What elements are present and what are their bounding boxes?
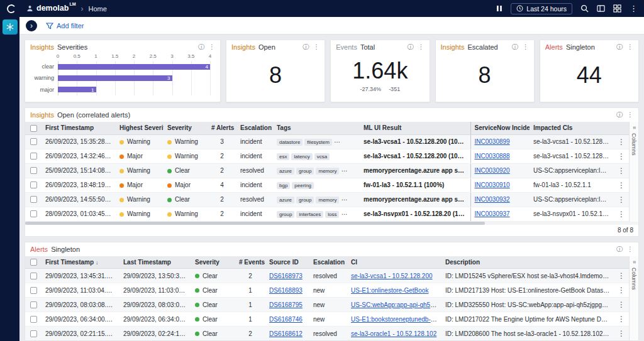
kebab-menu-icon[interactable]: ⋮ bbox=[627, 112, 633, 118]
tag-chip[interactable]: group bbox=[296, 168, 314, 175]
servicenow-incident-link[interactable]: INC0030937 bbox=[475, 210, 510, 217]
select-all-checkbox[interactable] bbox=[30, 125, 37, 132]
kebab-menu-icon[interactable]: ⋮ bbox=[313, 44, 319, 50]
servicenow-incident-link[interactable]: INC0030888 bbox=[475, 153, 510, 160]
kebab-menu-icon[interactable]: ⋮ bbox=[418, 44, 425, 50]
columns-panel-button[interactable]: ≡ Columns bbox=[629, 122, 638, 222]
row-kebab-icon[interactable]: ⋮ bbox=[618, 195, 625, 204]
column-header-first-timestamp[interactable]: First Timestamp bbox=[42, 122, 116, 134]
kebab-menu-icon[interactable]: ⋮ bbox=[627, 44, 633, 50]
info-icon[interactable]: ⓘ bbox=[303, 44, 309, 50]
tag-chip[interactable]: bgp bbox=[277, 182, 290, 189]
row-checkbox[interactable] bbox=[30, 287, 37, 294]
row-kebab-icon[interactable]: ⋮ bbox=[618, 300, 625, 309]
row-kebab-icon[interactable]: ⋮ bbox=[618, 166, 625, 175]
tag-chip[interactable]: memory bbox=[316, 168, 339, 175]
ci-link[interactable]: se-la3-vcsa1 - 10.52.128.200 bbox=[351, 273, 433, 279]
column-header-escalation[interactable]: Escalation bbox=[309, 256, 347, 269]
info-icon[interactable]: ⓘ bbox=[616, 246, 623, 252]
row-checkbox[interactable] bbox=[30, 196, 37, 203]
column-header-severity[interactable]: Severity bbox=[191, 256, 235, 269]
tag-chip[interactable]: datastore bbox=[277, 139, 303, 146]
column-header-event-count[interactable]: # Events bbox=[235, 256, 265, 269]
tag-chip[interactable]: peering bbox=[292, 182, 314, 189]
info-icon[interactable]: ⓘ bbox=[198, 44, 204, 50]
column-header-description[interactable]: Description bbox=[441, 256, 614, 269]
column-header-servicenow-id[interactable]: ServiceNow Incident ID bbox=[470, 122, 530, 134]
info-icon[interactable]: ⓘ bbox=[616, 112, 623, 118]
source-id-link[interactable]: DS6168746 bbox=[269, 316, 303, 323]
tag-chip[interactable]: azure bbox=[277, 197, 294, 203]
row-kebab-icon[interactable]: ⋮ bbox=[618, 315, 625, 323]
row-kebab-icon[interactable]: ⋮ bbox=[618, 210, 625, 219]
tag-chip[interactable]: latency bbox=[353, 139, 360, 146]
row-checkbox[interactable] bbox=[30, 210, 37, 217]
ci-link[interactable]: US-E1:onlinestore-GetBook bbox=[351, 287, 428, 294]
row-kebab-icon[interactable]: ⋮ bbox=[618, 152, 625, 161]
row-checkbox[interactable] bbox=[30, 181, 37, 188]
column-header-tags[interactable]: Tags bbox=[273, 122, 360, 134]
servicenow-incident-link[interactable]: INC0030920 bbox=[475, 167, 510, 174]
column-header-escalation[interactable]: Escalation bbox=[236, 122, 273, 134]
row-checkbox[interactable] bbox=[30, 273, 37, 279]
row-checkbox[interactable] bbox=[30, 167, 37, 174]
ci-link[interactable]: US-SC:webApp:app-api-qh5zjgpgklxoo bbox=[351, 301, 441, 308]
add-filter-button[interactable]: Add filter bbox=[46, 22, 84, 30]
row-kebab-icon[interactable]: ⋮ bbox=[618, 181, 625, 190]
time-range-button[interactable]: Last 24 hours bbox=[511, 3, 572, 14]
ci-link[interactable]: US-E1:bookstoreneptunedb-domowa2... bbox=[351, 316, 441, 323]
row-kebab-icon[interactable]: ⋮ bbox=[618, 329, 625, 338]
column-header-source-id[interactable]: Source ID bbox=[265, 256, 309, 269]
tag-chip[interactable]: memory bbox=[316, 197, 339, 203]
info-icon[interactable]: ⓘ bbox=[408, 44, 414, 50]
tag-chip[interactable]: service bbox=[353, 197, 360, 203]
source-id-link[interactable]: DS6168893 bbox=[269, 287, 303, 294]
column-header-highest-severity[interactable]: Highest Severity bbox=[116, 122, 164, 134]
servicenow-incident-link[interactable]: INC0030910 bbox=[475, 181, 510, 188]
columns-panel-button[interactable]: ≡ Columns bbox=[629, 256, 638, 341]
servicenow-incident-link[interactable]: INC0030899 bbox=[475, 138, 510, 145]
tag-chip[interactable]: azure bbox=[277, 168, 294, 175]
select-all-checkbox[interactable] bbox=[30, 259, 37, 266]
tag-chip[interactable]: service bbox=[353, 168, 360, 175]
column-header-first-timestamp[interactable]: First Timestamp↓ bbox=[42, 256, 119, 269]
source-id-link[interactable]: DS6168612 bbox=[269, 330, 303, 337]
row-checkbox[interactable] bbox=[30, 138, 37, 145]
tag-chip[interactable]: group bbox=[296, 197, 314, 203]
column-header-ml-ui-result[interactable]: ML UI Result bbox=[360, 122, 470, 134]
tag-chip[interactable]: latency bbox=[291, 153, 312, 160]
source-id-link[interactable]: DS6168795 bbox=[269, 301, 303, 308]
info-icon[interactable]: ⓘ bbox=[512, 44, 518, 50]
info-icon[interactable]: ⓘ bbox=[616, 44, 623, 50]
topbar-kebab-icon[interactable]: ⋮ bbox=[630, 4, 638, 13]
column-header-alert-count[interactable]: # Alerts bbox=[208, 122, 236, 134]
row-checkbox[interactable] bbox=[30, 330, 37, 337]
panel-layout-icon[interactable] bbox=[597, 4, 605, 13]
pause-refresh-button[interactable] bbox=[496, 5, 502, 12]
apps-grid-icon[interactable] bbox=[613, 4, 621, 13]
kebab-menu-icon[interactable]: ⋮ bbox=[627, 246, 633, 252]
kebab-menu-icon[interactable]: ⋮ bbox=[209, 44, 215, 50]
breadcrumb[interactable]: Home bbox=[89, 5, 107, 13]
tag-chip[interactable]: filesystem bbox=[304, 139, 332, 146]
tag-chip[interactable]: group bbox=[277, 211, 294, 218]
sidebar-app-icon[interactable] bbox=[3, 19, 18, 35]
row-checkbox[interactable] bbox=[30, 153, 37, 160]
tag-chip[interactable]: loss bbox=[325, 211, 339, 218]
expand-panel-button[interactable]: › bbox=[26, 20, 37, 31]
column-header-last-timestamp[interactable]: Last Timestamp bbox=[119, 256, 191, 269]
column-header-ci[interactable]: CI bbox=[347, 256, 441, 269]
row-kebab-icon[interactable]: ⋮ bbox=[618, 286, 625, 295]
servicenow-incident-link[interactable]: INC0030932 bbox=[475, 196, 510, 203]
ci-link[interactable]: se-la3-oracle1 - 10.52.128.102 bbox=[351, 330, 436, 337]
kebab-menu-icon[interactable]: ⋮ bbox=[523, 44, 529, 50]
row-kebab-icon[interactable]: ⋮ bbox=[618, 271, 625, 280]
source-id-link[interactable]: DS6168973 bbox=[269, 273, 303, 279]
row-kebab-icon[interactable]: ⋮ bbox=[618, 138, 625, 146]
row-checkbox[interactable] bbox=[30, 301, 37, 308]
logicmonitor-logo-icon[interactable] bbox=[6, 4, 16, 14]
tag-chip[interactable]: interfaces bbox=[296, 211, 323, 218]
column-header-severity[interactable]: Severity bbox=[164, 122, 208, 134]
tag-chip[interactable]: esx bbox=[277, 153, 289, 160]
tag-chip[interactable]: vcsa bbox=[314, 153, 330, 160]
